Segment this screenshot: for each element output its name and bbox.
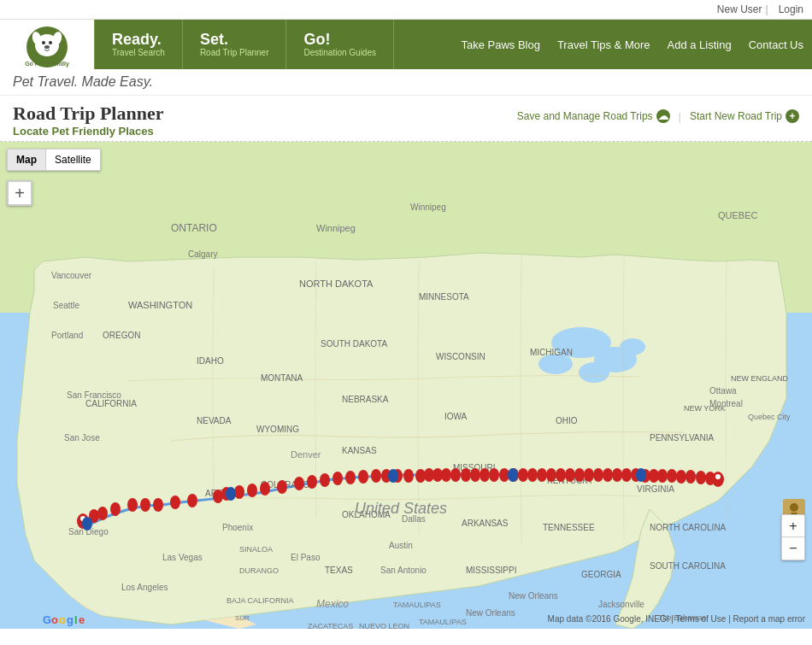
- svg-point-115: [332, 472, 343, 485]
- svg-point-129: [480, 468, 490, 482]
- tagline-bar: Pet Travel. Made Easy.: [0, 69, 812, 96]
- plus-icon: +: [15, 184, 25, 203]
- svg-point-4: [42, 41, 45, 44]
- svg-text:IDAHO: IDAHO: [197, 356, 224, 366]
- svg-text:e: e: [79, 613, 85, 626]
- logo-wrapper: Go Pet Friendly: [0, 20, 94, 69]
- svg-point-158: [388, 469, 398, 483]
- svg-point-14: [579, 362, 609, 383]
- svg-text:Seattle: Seattle: [53, 301, 80, 310]
- svg-text:NORTH CAROLINA: NORTH CAROLINA: [650, 523, 727, 532]
- svg-text:KANSAS: KANSAS: [342, 446, 377, 455]
- new-user-link[interactable]: New User: [717, 3, 762, 15]
- svg-point-118: [371, 469, 381, 483]
- svg-text:TENNESSEE: TENNESSEE: [543, 523, 595, 532]
- svg-point-144: [621, 468, 632, 482]
- nav-ready-sub: Travel Search: [112, 48, 165, 57]
- svg-text:o: o: [59, 613, 66, 626]
- svg-text:Los Angeles: Los Angeles: [121, 583, 168, 592]
- svg-text:Denver: Denver: [291, 449, 321, 460]
- svg-text:ARKANSAS: ARKANSAS: [462, 519, 509, 528]
- svg-text:WYOMING: WYOMING: [256, 425, 299, 434]
- svg-point-160: [636, 468, 646, 482]
- svg-text:g: g: [67, 613, 74, 626]
- svg-text:San Antonio: San Antonio: [380, 566, 427, 575]
- svg-text:ONTARIO: ONTARIO: [171, 222, 217, 234]
- map-type-satellite-btn[interactable]: Satellite: [46, 150, 100, 170]
- zoom-out-btn[interactable]: −: [782, 537, 804, 560]
- nav-section-go[interactable]: Go! Destination Guides: [286, 20, 394, 69]
- nav-listing-link[interactable]: Add a Listing: [668, 38, 732, 51]
- svg-text:CALIFORNIA: CALIFORNIA: [85, 399, 137, 408]
- nav-contact-link[interactable]: Contact Us: [749, 38, 803, 51]
- nav-blog-link[interactable]: Take Paws Blog: [461, 38, 540, 51]
- svg-text:WASHINGTON: WASHINGTON: [128, 300, 192, 310]
- svg-text:Winnipeg: Winnipeg: [316, 223, 356, 233]
- svg-point-148: [657, 469, 668, 483]
- svg-point-141: [593, 468, 603, 482]
- header-right: Save and Manage Road Trips ☁ | Start New…: [517, 109, 799, 123]
- svg-text:Las Vegas: Las Vegas: [162, 553, 203, 562]
- map-expand-btn[interactable]: +: [7, 180, 32, 206]
- nav-section-set[interactable]: Set. Road Trip Planner: [183, 20, 287, 69]
- svg-text:BAJA CALIFORNIA: BAJA CALIFORNIA: [227, 596, 294, 605]
- svg-text:Vancouver: Vancouver: [51, 271, 92, 280]
- svg-text:SOUTH DAKOTA: SOUTH DAKOTA: [321, 339, 387, 349]
- page-subtitle: Locate Pet Friendly Places: [13, 125, 163, 138]
- start-new-road-trip-link[interactable]: Start New Road Trip +: [690, 109, 799, 123]
- nav-set-sub: Road Trip Planner: [200, 48, 269, 57]
- svg-text:Mexico: Mexico: [316, 598, 349, 610]
- new-trip-label: Start New Road Trip: [690, 110, 782, 122]
- svg-point-167: [790, 503, 798, 512]
- nav-go-title: Go!: [303, 32, 376, 49]
- svg-text:Phoenix: Phoenix: [222, 523, 253, 532]
- svg-text:Montreal: Montreal: [709, 399, 743, 408]
- svg-point-6: [44, 45, 50, 49]
- nav-go-sub: Destination Guides: [303, 48, 376, 57]
- svg-point-110: [260, 482, 270, 495]
- svg-text:Jacksonville: Jacksonville: [598, 600, 644, 609]
- svg-point-111: [277, 480, 287, 494]
- svg-point-102: [140, 498, 150, 512]
- svg-point-136: [546, 468, 556, 482]
- svg-text:NORTH DAKOTA: NORTH DAKOTA: [299, 279, 374, 289]
- svg-point-5: [49, 41, 52, 44]
- save-road-trips-link[interactable]: Save and Manage Road Trips ☁: [517, 109, 670, 123]
- svg-text:Winnipeg: Winnipeg: [410, 202, 446, 212]
- map-svg: WASHINGTON OREGON CALIFORNIA IDAHO NEVAD…: [0, 142, 812, 629]
- svg-point-114: [320, 473, 330, 487]
- map-type-controls: Map Satellite: [7, 149, 101, 171]
- svg-point-121: [403, 469, 414, 483]
- svg-text:El Paso: El Paso: [291, 553, 321, 562]
- svg-text:MINNESOTA: MINNESOTA: [419, 292, 469, 302]
- svg-point-152: [696, 471, 706, 484]
- login-link[interactable]: Login: [779, 3, 803, 15]
- svg-point-128: [470, 468, 480, 482]
- svg-text:NUEVO LEON: NUEVO LEON: [359, 622, 409, 629]
- svg-text:OHIO: OHIO: [556, 416, 578, 425]
- svg-point-143: [612, 468, 622, 482]
- nav-section-ready[interactable]: Ready. Travel Search: [94, 20, 183, 69]
- svg-point-137: [556, 468, 566, 482]
- svg-text:Go Pet Friendly: Go Pet Friendly: [25, 61, 69, 67]
- svg-text:New Orleans: New Orleans: [466, 608, 515, 618]
- svg-point-126: [450, 468, 461, 482]
- zoom-controls: + −: [781, 514, 805, 560]
- svg-point-142: [603, 468, 613, 482]
- svg-text:GEORGIA: GEORGIA: [581, 570, 621, 579]
- nav-links: Take Paws Blog Travel Tips & More Add a …: [461, 38, 812, 51]
- svg-text:G: G: [43, 613, 51, 626]
- svg-text:Austin: Austin: [389, 541, 413, 550]
- svg-text:MICHIGAN: MICHIGAN: [530, 348, 573, 357]
- site-logo: Go Pet Friendly: [7, 21, 88, 68]
- nav-tips-link[interactable]: Travel Tips & More: [557, 38, 650, 51]
- svg-point-106: [213, 490, 223, 503]
- nav-sections: Ready. Travel Search Set. Road Trip Plan…: [94, 20, 394, 69]
- svg-point-138: [565, 468, 575, 482]
- map-type-map-btn[interactable]: Map: [8, 150, 46, 170]
- svg-text:NEW ENGLAND: NEW ENGLAND: [731, 374, 789, 383]
- svg-text:ZACATECAS: ZACATECAS: [308, 622, 353, 629]
- zoom-in-btn[interactable]: +: [782, 515, 804, 537]
- svg-point-155: [715, 474, 721, 479]
- svg-text:DURANGO: DURANGO: [239, 566, 279, 575]
